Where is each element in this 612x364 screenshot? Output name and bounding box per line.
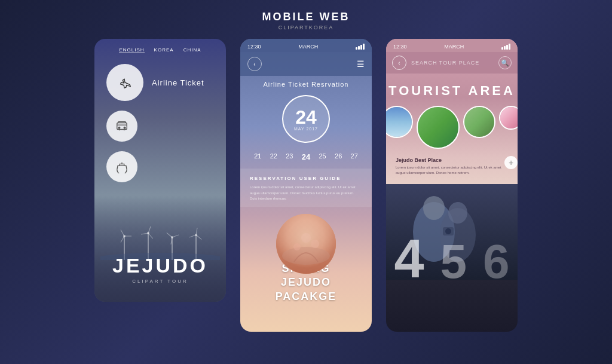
spring-package: SPRING JEJUDO PACAKGE xyxy=(240,209,372,308)
number-5: 5 xyxy=(440,238,467,280)
cal-25[interactable]: 25 xyxy=(319,152,326,161)
back-button[interactable]: ‹ xyxy=(247,57,262,71)
status-network: MARCH xyxy=(298,44,318,50)
phone1-nav: ENGLISH KOREA CHINA xyxy=(94,39,226,58)
hamburger-menu[interactable]: ☰ xyxy=(357,59,365,69)
svg-line-12 xyxy=(141,233,148,234)
phone1-bottom: JEJUDO CLIPART TOUR xyxy=(94,254,226,284)
page-subtitle: CLIPARTKOREA xyxy=(262,25,350,30)
airline-label: Airline Ticket xyxy=(152,78,204,87)
svg-point-28 xyxy=(311,240,319,248)
tourist-area-title: TOURIST AREA xyxy=(386,74,518,103)
nav-english[interactable]: ENGLISH xyxy=(119,47,144,53)
svg-line-16 xyxy=(172,235,179,237)
date-month: MAY 2017 xyxy=(294,127,318,131)
phone2-header: ‹ ☰ xyxy=(240,52,372,76)
spring-circle-image xyxy=(276,214,336,274)
phone3-searchbar: ‹ SEARCH TOUR PLACE 🔍 xyxy=(386,52,518,74)
signal-bars xyxy=(356,44,365,50)
jejudo-best-text: Lorem ipsum dolor sit amet, consectetur … xyxy=(396,165,508,176)
cal-27[interactable]: 27 xyxy=(351,152,358,161)
guide-title: RESERVATION USER GUIDE xyxy=(250,176,362,181)
date-circle: 24 MAY 2017 xyxy=(282,95,330,143)
search-icon[interactable]: 🔍 xyxy=(498,56,512,69)
cal-23[interactable]: 23 xyxy=(286,152,293,161)
svg-line-10 xyxy=(148,227,151,233)
phone2-statusbar: 12:30 MARCH xyxy=(240,39,372,52)
ferry-icon-circle[interactable] xyxy=(106,151,137,182)
photo-bottom-section: 4 5 6 xyxy=(386,184,518,280)
photo-circle-2 xyxy=(417,106,460,149)
svg-point-1 xyxy=(118,127,120,129)
spring-title-line2: JEJUDO xyxy=(281,276,331,288)
svg-line-15 xyxy=(167,233,172,237)
svg-line-21 xyxy=(196,235,201,240)
number-6: 6 xyxy=(483,238,510,280)
svg-point-2 xyxy=(124,127,126,129)
phones-container: ENGLISH KOREA CHINA Airline Ticket xyxy=(71,39,541,332)
spring-title-line3: PACAKGE xyxy=(276,290,337,302)
phone2-title: Airline Ticket Resrvation xyxy=(240,76,372,90)
phone-tourist: 12:30 MARCH ‹ SEARCH TOUR PLACE 🔍 TOURIS… xyxy=(386,39,518,332)
svg-line-5 xyxy=(121,230,124,236)
calendar-row: 21 22 23 24 25 26 27 xyxy=(240,148,372,166)
plus-button[interactable]: + xyxy=(504,156,518,169)
photo-circle-4 xyxy=(499,106,518,130)
p3-status-time: 12:30 xyxy=(393,44,407,50)
photo-circles xyxy=(386,103,518,151)
menu-ferry xyxy=(106,151,214,182)
date-number: 24 xyxy=(295,108,317,127)
nav-china[interactable]: CHINA xyxy=(183,47,201,53)
photo-circle-1 xyxy=(386,106,413,138)
svg-point-25 xyxy=(282,247,330,265)
status-time: 12:30 xyxy=(247,44,261,50)
guide-section: RESERVATION USER GUIDE Lorem ipsum dolor… xyxy=(240,169,372,207)
page-title: MOBILE WEB xyxy=(262,11,350,23)
phone-jejudo: ENGLISH KOREA CHINA Airline Ticket xyxy=(94,39,226,302)
cal-22[interactable]: 22 xyxy=(270,152,277,161)
svg-rect-24 xyxy=(276,214,336,274)
jejudo-title: JEJUDO xyxy=(94,254,226,277)
jejudo-best-section: Jejudo Best Place Lorem ipsum dolor sit … xyxy=(386,151,518,179)
nav-korea[interactable]: KOREA xyxy=(154,47,174,53)
p3-back-button[interactable]: ‹ xyxy=(392,56,406,70)
svg-line-7 xyxy=(121,236,124,242)
svg-line-11 xyxy=(148,233,153,238)
airline-icon-circle[interactable] xyxy=(106,64,143,101)
page-header: MOBILE WEB CLIPARTKOREA xyxy=(262,0,350,36)
phone3-statusbar: 12:30 MARCH xyxy=(386,39,518,52)
svg-point-26 xyxy=(301,233,311,243)
big-numbers: 4 5 6 xyxy=(386,214,518,280)
photo-circle-3 xyxy=(463,106,495,138)
jejudo-subtitle: CLIPART TOUR xyxy=(94,279,226,284)
number-4: 4 xyxy=(394,232,424,280)
svg-point-27 xyxy=(293,243,301,250)
windmill-area xyxy=(100,212,220,260)
phone1-content: Airline Ticket xyxy=(94,58,226,198)
search-field[interactable]: SEARCH TOUR PLACE xyxy=(411,60,494,66)
windmill-scene xyxy=(94,194,226,302)
menu-bus xyxy=(106,111,214,142)
p3-signal-bars xyxy=(501,44,510,50)
guide-text: Lorem ipsum dolor sit amet, consectetur … xyxy=(250,185,362,202)
cal-24[interactable]: 24 xyxy=(302,152,310,161)
svg-line-22 xyxy=(189,235,196,237)
phone-airline: 12:30 MARCH ‹ ☰ Airline Ticket Resrvatio… xyxy=(240,39,372,332)
cal-26[interactable]: 26 xyxy=(335,152,342,161)
cal-21[interactable]: 21 xyxy=(254,152,261,161)
bus-icon-circle[interactable] xyxy=(106,111,137,142)
menu-airline: Airline Ticket xyxy=(106,64,214,101)
svg-line-20 xyxy=(196,228,197,235)
jejudo-best-title: Jejudo Best Place xyxy=(396,157,508,163)
p3-status-network: MARCH xyxy=(444,44,464,50)
